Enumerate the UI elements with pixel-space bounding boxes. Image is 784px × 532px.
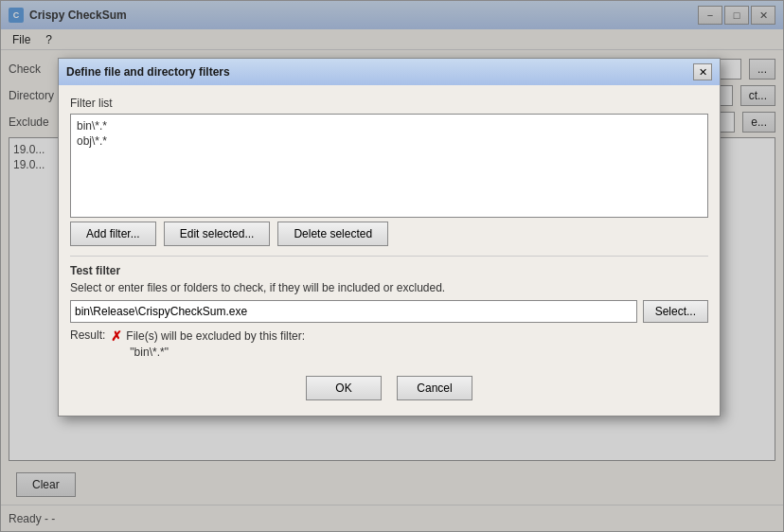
filter-item-0[interactable]: bin\*.* <box>75 118 704 133</box>
result-label: Result: <box>70 328 105 342</box>
dialog-title: Define file and directory filters <box>66 65 230 79</box>
result-message: File(s) will be excluded by this filter: <box>126 329 305 343</box>
cancel-button[interactable]: Cancel <box>397 376 472 400</box>
ok-cancel-row: OK Cancel <box>70 368 708 404</box>
test-filter-description: Select or enter files or folders to chec… <box>70 281 708 294</box>
filter-list-box[interactable]: bin\*.* obj\*.* <box>70 114 708 218</box>
filter-list-section: Filter list bin\*.* obj\*.* Add filter..… <box>70 97 708 246</box>
edit-selected-button[interactable]: Edit selected... <box>164 222 271 246</box>
delete-selected-button[interactable]: Delete selected <box>277 222 388 246</box>
dialog-close-button[interactable]: ✕ <box>693 63 712 80</box>
dialog-body: Filter list bin\*.* obj\*.* Add filter..… <box>59 85 720 416</box>
error-icon: ✗ <box>111 328 122 344</box>
test-input-row: Select... <box>70 300 708 323</box>
select-button[interactable]: Select... <box>643 300 708 323</box>
result-filter-name: "bin\*.*" <box>111 346 305 359</box>
main-window: C Crispy CheckSum − □ ✕ File ? Check ...… <box>0 0 784 532</box>
add-filter-button[interactable]: Add filter... <box>70 222 156 246</box>
result-content: ✗ File(s) will be excluded by this filte… <box>111 328 305 359</box>
test-filter-section: Test filter Select or enter files or fol… <box>70 256 708 359</box>
ok-button[interactable]: OK <box>306 376 382 400</box>
result-row: Result: ✗ File(s) will be excluded by th… <box>70 328 708 359</box>
filter-list-label: Filter list <box>70 97 708 110</box>
dialog-title-bar: Define file and directory filters ✕ <box>59 59 720 85</box>
test-filter-title: Test filter <box>70 264 708 277</box>
test-filter-input[interactable] <box>70 300 637 323</box>
result-icon-text: ✗ File(s) will be excluded by this filte… <box>111 328 305 344</box>
filter-buttons: Add filter... Edit selected... Delete se… <box>70 222 708 246</box>
filter-item-1[interactable]: obj\*.* <box>75 133 704 149</box>
dialog-backdrop: Define file and directory filters ✕ Filt… <box>1 1 783 531</box>
filter-dialog: Define file and directory filters ✕ Filt… <box>58 58 721 417</box>
